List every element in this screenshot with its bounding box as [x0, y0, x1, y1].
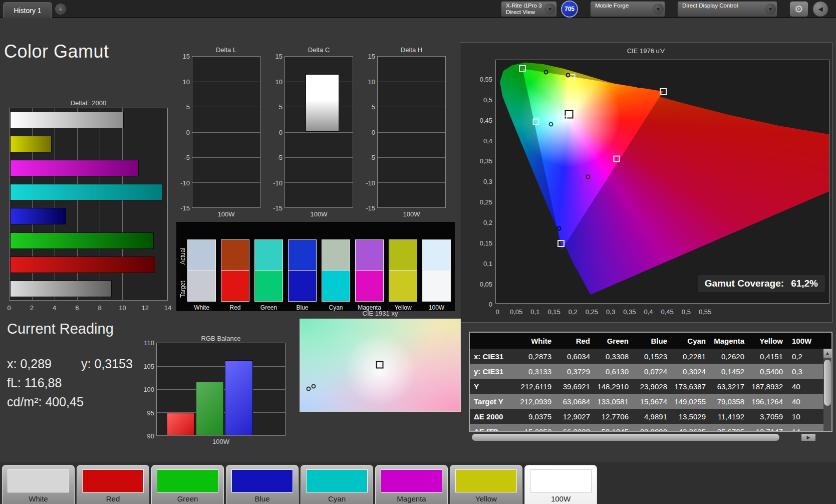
top-bar: History 1 + X-Rite i1Pro 3 Direct View ▼… [0, 0, 836, 18]
rgb-balance-x-label: 100W [156, 438, 286, 445]
display-control-dropdown[interactable]: Direct Display Control ▼ [677, 1, 777, 17]
table-cell: 85,6785 [709, 427, 747, 432]
pattern-swatch-yellow [455, 469, 517, 492]
column-header-red: Red [554, 337, 593, 345]
table-row: Y212,611939,6921148,291023,9028173,63876… [470, 379, 831, 394]
axis-tick-label: 0 [186, 128, 190, 136]
pattern-button-yellow[interactable]: Yellow [450, 465, 522, 504]
meter-dropdown[interactable]: X-Rite i1Pro 3 Direct View ▼ [501, 1, 557, 17]
source-dropdown[interactable]: Mobile Forge ▼ [590, 1, 665, 17]
target-marker-green [519, 65, 526, 72]
pattern-button-magenta[interactable]: Magenta [375, 465, 448, 504]
axis-tick-label: 5 [372, 103, 375, 111]
delta_h-title: Delta H [377, 46, 446, 54]
pattern-button-red[interactable]: Red [77, 465, 149, 504]
collapse-panel-button[interactable]: ◀ [812, 1, 828, 17]
table-row: x: CIE310,28730,60340,33080,15230,22810,… [470, 349, 831, 364]
swatch-label: Red [221, 302, 249, 311]
axis-tick-label: 90 [147, 432, 154, 440]
scroll-up-button[interactable]: ▲ [823, 349, 831, 358]
gridline [378, 157, 445, 158]
pattern-button-blue[interactable]: Blue [226, 465, 299, 504]
target-swatch-100w [422, 271, 451, 302]
topbar-controls: X-Rite i1Pro 3 Direct View ▼ 705 Mobile … [501, 1, 823, 17]
pattern-button-green[interactable]: Green [151, 465, 224, 504]
table-cell: 22,8990 [632, 427, 670, 432]
table-cell: 173,6387 [670, 382, 709, 391]
reading-y: y: 0,3153 [81, 357, 133, 371]
calibration-app-window: History 1 + X-Rite i1Pro 3 Direct View ▼… [0, 0, 836, 504]
add-tab-button[interactable]: + [55, 4, 66, 15]
axis-tick-label: 0,1 [483, 260, 492, 267]
swatch-label: Green [254, 302, 283, 311]
row-label: Y [470, 382, 516, 391]
actual-swatch-red [221, 239, 249, 271]
swatch-label: White [187, 302, 216, 311]
deltae-bar-red [10, 257, 155, 273]
table-cell: 12,7706 [593, 412, 632, 421]
delta-l-chart: Delta L151050-5-10-15100W [192, 46, 260, 220]
table-cell: 0,1452 [709, 367, 747, 376]
pattern-button-label: White [3, 494, 74, 503]
delta_c-title: Delta C [285, 46, 353, 54]
row-label: ΔE ITP [470, 427, 516, 432]
axis-tick-label: 0,05 [480, 280, 492, 288]
table-cell: 23,9028 [632, 382, 670, 391]
scroll-right-button[interactable]: ▶ [801, 434, 815, 441]
table-cell: 50,1045 [593, 427, 632, 432]
axis-tick-label: 2 [30, 304, 34, 312]
gridline [285, 182, 353, 183]
table-cell: 133,0581 [593, 397, 632, 406]
gridline [192, 107, 260, 107]
rgb-balance-y-axis: 1101051009590 [141, 343, 155, 436]
horizontal-scroll-thumb[interactable] [472, 434, 779, 441]
pattern-button-cyan[interactable]: Cyan [301, 465, 373, 504]
gridline [192, 182, 260, 183]
measured-marker-white [563, 116, 567, 120]
meter-dropdown-label: X-Rite i1Pro 3 Direct View [503, 2, 543, 17]
delta_c-x-label: 100W [285, 210, 353, 218]
meter-count-badge[interactable]: 705 [561, 1, 578, 18]
gamut-coverage-readout: Gamut Coverage:61,2% [698, 275, 825, 292]
target-swatch-white [187, 271, 216, 302]
axis-tick-label: 15 [368, 53, 375, 60]
column-header-white: White [516, 337, 554, 345]
measured-marker-red [637, 83, 641, 88]
vertical-scroll-thumb[interactable] [824, 360, 831, 406]
cie1976-y-axis: 0,550,50,450,40,350,30,250,20,150,10,050 [475, 60, 493, 304]
column-header-yellow: Yellow [747, 337, 786, 345]
table-vertical-scrollbar[interactable]: ▲ [823, 349, 831, 431]
axis-tick-label: 0 [7, 304, 11, 312]
reading-fl: fL: 116,88 [7, 376, 62, 390]
table-cell: 0,2620 [709, 352, 747, 361]
pattern-button-100w[interactable]: 100W [524, 465, 597, 504]
scroll-up-icon: ▲ [825, 351, 830, 356]
deltae2000-plot-area [9, 108, 168, 301]
table-cell: 11,4192 [709, 412, 747, 421]
chevron-down-icon: ▼ [764, 2, 777, 17]
deltae-bar-green [10, 232, 154, 249]
axis-tick-label: 0,25 [586, 308, 598, 316]
axis-tick-label: 0,4 [644, 308, 653, 316]
pattern-button-label: Yellow [450, 494, 522, 503]
axis-tick-label: 4 [53, 304, 56, 312]
table-cell: 3,7059 [747, 412, 786, 421]
actual-swatch-100w [422, 239, 451, 271]
table-cell: 0,3 [786, 367, 824, 376]
actual-swatch-white [187, 239, 216, 271]
pattern-button-white[interactable]: White [2, 465, 75, 504]
gridline [192, 157, 260, 158]
measured-marker-cyan [548, 122, 553, 126]
deltae-bar-magenta [10, 160, 139, 176]
table-cell: 10 [786, 412, 824, 421]
cie1976-panel: CIE 1976 u'v' 0,550,50,450,40,350,30,250… [460, 42, 832, 323]
settings-button[interactable]: ⚙ [789, 1, 808, 17]
measured-a-marker [306, 387, 311, 391]
cie1931-chart: CIE 1931 xy [300, 310, 461, 412]
axis-tick-label: -5 [276, 154, 283, 161]
table-horizontal-scrollbar[interactable]: ▶ [470, 434, 820, 441]
tab-history-1[interactable]: History 1 [3, 2, 52, 18]
target-swatch-blue [288, 271, 317, 302]
delta-c-chart: Delta C151050-5-10-15100W [285, 46, 353, 220]
gear-icon: ⚙ [794, 3, 803, 15]
